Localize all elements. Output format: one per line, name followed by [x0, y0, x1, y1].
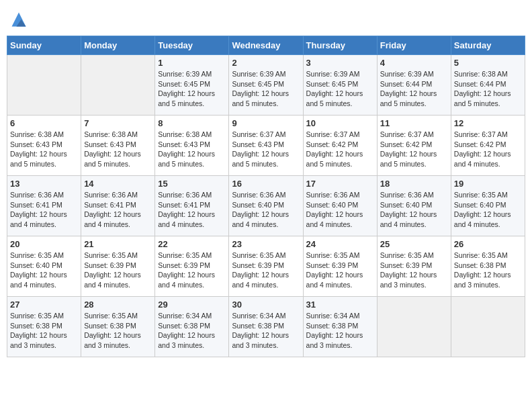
calendar-cell: 7Sunrise: 6:38 AM Sunset: 6:43 PM Daylig…	[81, 116, 155, 176]
day-info: Sunrise: 6:37 AM Sunset: 6:42 PM Dayligh…	[306, 130, 374, 169]
day-info: Sunrise: 6:35 AM Sunset: 6:38 PM Dayligh…	[454, 250, 522, 290]
day-info: Sunrise: 6:39 AM Sunset: 6:45 PM Dayligh…	[158, 69, 226, 109]
calendar-body: 1Sunrise: 6:39 AM Sunset: 6:45 PM Daylig…	[7, 55, 525, 357]
day-number: 18	[380, 179, 448, 189]
day-number: 20	[10, 239, 78, 249]
calendar-cell: 25Sunrise: 6:35 AM Sunset: 6:39 PM Dayli…	[377, 236, 451, 297]
calendar-cell: 17Sunrise: 6:36 AM Sunset: 6:40 PM Dayli…	[303, 176, 377, 236]
day-number: 10	[306, 118, 374, 128]
day-info: Sunrise: 6:35 AM Sunset: 6:40 PM Dayligh…	[454, 190, 522, 230]
day-info: Sunrise: 6:39 AM Sunset: 6:45 PM Dayligh…	[232, 69, 300, 109]
day-number: 3	[306, 58, 374, 68]
col-header-wednesday: Wednesday	[229, 36, 303, 55]
day-number: 2	[232, 58, 300, 68]
calendar-cell: 5Sunrise: 6:38 AM Sunset: 6:44 PM Daylig…	[451, 55, 525, 116]
col-header-tuesday: Tuesday	[155, 36, 229, 55]
col-header-saturday: Saturday	[451, 36, 525, 55]
calendar-header-row: SundayMondayTuesdayWednesdayThursdayFrid…	[7, 36, 525, 55]
day-number: 25	[380, 239, 448, 249]
day-number: 16	[232, 179, 300, 189]
day-info: Sunrise: 6:35 AM Sunset: 6:38 PM Dayligh…	[84, 311, 152, 351]
day-number: 23	[232, 239, 300, 249]
day-number: 14	[84, 179, 152, 189]
calendar-cell	[451, 297, 525, 357]
calendar-cell: 28Sunrise: 6:35 AM Sunset: 6:38 PM Dayli…	[81, 297, 155, 357]
calendar-cell: 20Sunrise: 6:35 AM Sunset: 6:40 PM Dayli…	[7, 236, 81, 297]
calendar-cell: 3Sunrise: 6:39 AM Sunset: 6:45 PM Daylig…	[303, 55, 377, 116]
calendar-table: SundayMondayTuesdayWednesdayThursdayFrid…	[7, 36, 525, 357]
calendar-cell: 2Sunrise: 6:39 AM Sunset: 6:45 PM Daylig…	[229, 55, 303, 116]
page-header	[7, 7, 525, 29]
calendar-cell: 18Sunrise: 6:36 AM Sunset: 6:40 PM Dayli…	[377, 176, 451, 236]
logo	[7, 10, 28, 29]
week-row-1: 1Sunrise: 6:39 AM Sunset: 6:45 PM Daylig…	[7, 55, 525, 116]
week-row-3: 13Sunrise: 6:36 AM Sunset: 6:41 PM Dayli…	[7, 176, 525, 236]
calendar-cell: 31Sunrise: 6:34 AM Sunset: 6:38 PM Dayli…	[303, 297, 377, 357]
day-info: Sunrise: 6:35 AM Sunset: 6:39 PM Dayligh…	[158, 250, 226, 290]
day-number: 24	[306, 239, 374, 249]
week-row-2: 6Sunrise: 6:38 AM Sunset: 6:43 PM Daylig…	[7, 116, 525, 176]
day-number: 26	[454, 239, 522, 249]
day-info: Sunrise: 6:38 AM Sunset: 6:44 PM Dayligh…	[454, 69, 522, 109]
calendar-cell: 12Sunrise: 6:37 AM Sunset: 6:42 PM Dayli…	[451, 116, 525, 176]
day-info: Sunrise: 6:36 AM Sunset: 6:41 PM Dayligh…	[10, 190, 78, 230]
day-number: 5	[454, 58, 522, 68]
col-header-sunday: Sunday	[7, 36, 81, 55]
day-info: Sunrise: 6:34 AM Sunset: 6:38 PM Dayligh…	[232, 311, 300, 351]
day-number: 21	[84, 239, 152, 249]
calendar-cell: 16Sunrise: 6:36 AM Sunset: 6:40 PM Dayli…	[229, 176, 303, 236]
calendar-cell: 9Sunrise: 6:37 AM Sunset: 6:43 PM Daylig…	[229, 116, 303, 176]
calendar-cell: 24Sunrise: 6:35 AM Sunset: 6:39 PM Dayli…	[303, 236, 377, 297]
calendar-cell	[81, 55, 155, 116]
calendar-cell: 30Sunrise: 6:34 AM Sunset: 6:38 PM Dayli…	[229, 297, 303, 357]
day-info: Sunrise: 6:38 AM Sunset: 6:43 PM Dayligh…	[10, 130, 78, 169]
day-number: 13	[10, 179, 78, 189]
day-number: 27	[10, 300, 78, 310]
day-info: Sunrise: 6:35 AM Sunset: 6:39 PM Dayligh…	[380, 250, 448, 290]
day-number: 6	[10, 118, 78, 128]
day-info: Sunrise: 6:35 AM Sunset: 6:40 PM Dayligh…	[10, 250, 78, 290]
calendar-cell: 1Sunrise: 6:39 AM Sunset: 6:45 PM Daylig…	[155, 55, 229, 116]
week-row-4: 20Sunrise: 6:35 AM Sunset: 6:40 PM Dayli…	[7, 236, 525, 297]
day-number: 9	[232, 118, 300, 128]
day-info: Sunrise: 6:38 AM Sunset: 6:43 PM Dayligh…	[84, 130, 152, 169]
day-number: 22	[158, 239, 226, 249]
day-number: 28	[84, 300, 152, 310]
day-info: Sunrise: 6:36 AM Sunset: 6:40 PM Dayligh…	[232, 190, 300, 230]
col-header-monday: Monday	[81, 36, 155, 55]
calendar-cell: 13Sunrise: 6:36 AM Sunset: 6:41 PM Dayli…	[7, 176, 81, 236]
day-info: Sunrise: 6:37 AM Sunset: 6:42 PM Dayligh…	[380, 130, 448, 169]
day-info: Sunrise: 6:36 AM Sunset: 6:41 PM Dayligh…	[158, 190, 226, 230]
calendar-cell: 14Sunrise: 6:36 AM Sunset: 6:41 PM Dayli…	[81, 176, 155, 236]
day-number: 19	[454, 179, 522, 189]
day-number: 4	[380, 58, 448, 68]
day-number: 15	[158, 179, 226, 189]
calendar-cell: 8Sunrise: 6:38 AM Sunset: 6:43 PM Daylig…	[155, 116, 229, 176]
col-header-thursday: Thursday	[303, 36, 377, 55]
day-info: Sunrise: 6:37 AM Sunset: 6:42 PM Dayligh…	[454, 130, 522, 169]
day-number: 11	[380, 118, 448, 128]
day-info: Sunrise: 6:38 AM Sunset: 6:43 PM Dayligh…	[158, 130, 226, 169]
day-info: Sunrise: 6:37 AM Sunset: 6:43 PM Dayligh…	[232, 130, 300, 169]
day-info: Sunrise: 6:35 AM Sunset: 6:39 PM Dayligh…	[84, 250, 152, 290]
day-info: Sunrise: 6:39 AM Sunset: 6:45 PM Dayligh…	[306, 69, 374, 109]
day-info: Sunrise: 6:39 AM Sunset: 6:44 PM Dayligh…	[380, 69, 448, 109]
calendar-cell: 27Sunrise: 6:35 AM Sunset: 6:38 PM Dayli…	[7, 297, 81, 357]
calendar-cell: 4Sunrise: 6:39 AM Sunset: 6:44 PM Daylig…	[377, 55, 451, 116]
week-row-5: 27Sunrise: 6:35 AM Sunset: 6:38 PM Dayli…	[7, 297, 525, 357]
calendar-cell: 10Sunrise: 6:37 AM Sunset: 6:42 PM Dayli…	[303, 116, 377, 176]
calendar-cell: 11Sunrise: 6:37 AM Sunset: 6:42 PM Dayli…	[377, 116, 451, 176]
day-info: Sunrise: 6:35 AM Sunset: 6:39 PM Dayligh…	[306, 250, 374, 290]
day-number: 17	[306, 179, 374, 189]
day-info: Sunrise: 6:36 AM Sunset: 6:41 PM Dayligh…	[84, 190, 152, 230]
calendar-cell: 29Sunrise: 6:34 AM Sunset: 6:38 PM Dayli…	[155, 297, 229, 357]
day-number: 7	[84, 118, 152, 128]
day-number: 31	[306, 300, 374, 310]
calendar-cell	[7, 55, 81, 116]
day-info: Sunrise: 6:35 AM Sunset: 6:39 PM Dayligh…	[232, 250, 300, 290]
calendar-cell: 23Sunrise: 6:35 AM Sunset: 6:39 PM Dayli…	[229, 236, 303, 297]
day-info: Sunrise: 6:36 AM Sunset: 6:40 PM Dayligh…	[380, 190, 448, 230]
calendar-cell: 15Sunrise: 6:36 AM Sunset: 6:41 PM Dayli…	[155, 176, 229, 236]
day-number: 12	[454, 118, 522, 128]
calendar-cell: 21Sunrise: 6:35 AM Sunset: 6:39 PM Dayli…	[81, 236, 155, 297]
